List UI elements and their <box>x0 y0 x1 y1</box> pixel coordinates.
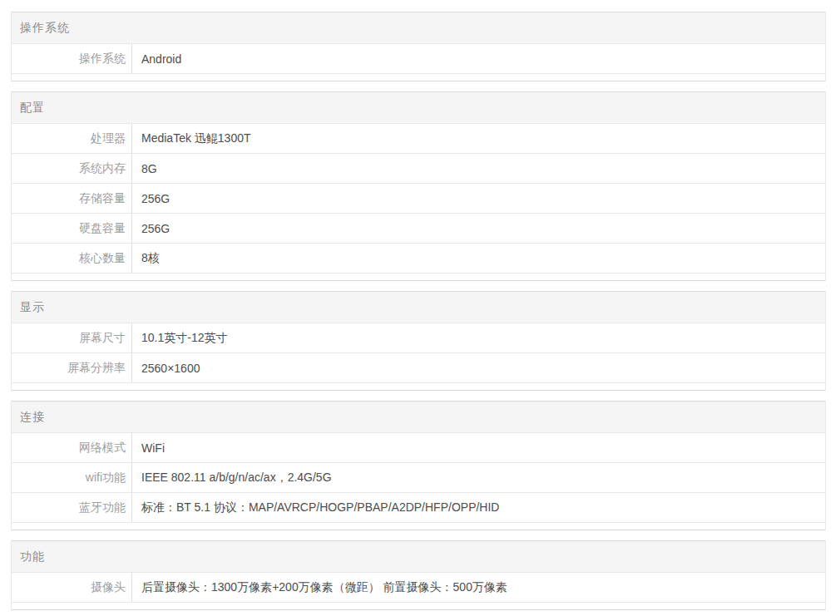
spec-value: 后置摄像头：1300万像素+200万像素（微距） 前置摄像头：500万像素 <box>132 573 825 602</box>
spec-value: MediaTek 迅鲲1300T <box>132 124 825 153</box>
spec-label: wifi功能 <box>12 463 132 492</box>
spec-section-os: 操作系统 操作系统 Android <box>11 12 826 81</box>
spec-row: 处理器 MediaTek 迅鲲1300T <box>12 124 825 154</box>
spec-label: 屏幕分辨率 <box>12 353 132 382</box>
section-header: 连接 <box>12 402 825 433</box>
spec-row: 核心数量 8核 <box>12 244 825 274</box>
spec-value: 256G <box>132 184 825 213</box>
spec-section-display: 显示 屏幕尺寸 10.1英寸-12英寸 屏幕分辨率 2560×1600 <box>11 291 826 391</box>
spec-row: 屏幕分辨率 2560×1600 <box>12 353 825 383</box>
spec-value: IEEE 802.11 a/b/g/n/ac/ax，2.4G/5G <box>132 463 825 492</box>
section-header: 显示 <box>12 292 825 323</box>
section-header: 功能 <box>12 541 825 573</box>
spec-table: 操作系统 操作系统 Android 配置 处理器 MediaTek 迅鲲1300… <box>0 0 840 610</box>
spec-label: 网络模式 <box>12 433 132 462</box>
spec-value: 256G <box>132 214 825 243</box>
section-header: 操作系统 <box>12 12 825 44</box>
section-header: 配置 <box>12 92 825 124</box>
section-rows: 处理器 MediaTek 迅鲲1300T 系统内存 8G 存储容量 256G 硬… <box>12 124 825 274</box>
spec-row: 存储容量 256G <box>12 184 825 214</box>
spec-label: 摄像头 <box>12 573 132 602</box>
spec-section-config: 配置 处理器 MediaTek 迅鲲1300T 系统内存 8G 存储容量 256… <box>11 91 826 281</box>
spec-row: 网络模式 WiFi <box>12 433 825 463</box>
spec-label: 处理器 <box>12 124 132 153</box>
spec-value: 标准：BT 5.1 协议：MAP/AVRCP/HOGP/PBAP/A2DP/HF… <box>132 493 825 522</box>
spec-label: 系统内存 <box>12 154 132 183</box>
section-title: 功能 <box>20 549 45 564</box>
spec-label: 核心数量 <box>12 244 132 273</box>
spec-row: 屏幕尺寸 10.1英寸-12英寸 <box>12 323 825 353</box>
spec-label: 硬盘容量 <box>12 214 132 243</box>
spec-label: 操作系统 <box>12 44 132 73</box>
spec-section-features: 功能 摄像头 后置摄像头：1300万像素+200万像素（微距） 前置摄像头：50… <box>11 540 826 610</box>
spec-row: wifi功能 IEEE 802.11 a/b/g/n/ac/ax，2.4G/5G <box>12 463 825 493</box>
spec-section-connectivity: 连接 网络模式 WiFi wifi功能 IEEE 802.11 a/b/g/n/… <box>11 401 826 530</box>
section-rows: 屏幕尺寸 10.1英寸-12英寸 屏幕分辨率 2560×1600 <box>12 323 825 383</box>
spec-value: 8G <box>132 154 825 183</box>
section-title: 连接 <box>20 410 45 425</box>
spec-value: WiFi <box>132 433 825 462</box>
spec-label: 屏幕尺寸 <box>12 323 132 352</box>
section-title: 配置 <box>20 101 45 116</box>
spec-row: 操作系统 Android <box>12 44 825 74</box>
section-rows: 操作系统 Android <box>12 44 825 74</box>
spec-value: Android <box>132 44 825 73</box>
spec-value: 8核 <box>132 244 825 273</box>
spec-row: 摄像头 后置摄像头：1300万像素+200万像素（微距） 前置摄像头：500万像… <box>12 573 825 603</box>
spec-label: 存储容量 <box>12 184 132 213</box>
section-title: 操作系统 <box>20 21 70 36</box>
spec-value: 10.1英寸-12英寸 <box>132 323 825 352</box>
spec-value: 2560×1600 <box>132 353 825 382</box>
spec-row: 硬盘容量 256G <box>12 214 825 244</box>
section-title: 显示 <box>20 300 45 315</box>
spec-label: 蓝牙功能 <box>12 493 132 522</box>
spec-row: 蓝牙功能 标准：BT 5.1 协议：MAP/AVRCP/HOGP/PBAP/A2… <box>12 493 825 523</box>
section-rows: 网络模式 WiFi wifi功能 IEEE 802.11 a/b/g/n/ac/… <box>12 433 825 523</box>
spec-row: 系统内存 8G <box>12 154 825 184</box>
section-rows: 摄像头 后置摄像头：1300万像素+200万像素（微距） 前置摄像头：500万像… <box>12 573 825 603</box>
